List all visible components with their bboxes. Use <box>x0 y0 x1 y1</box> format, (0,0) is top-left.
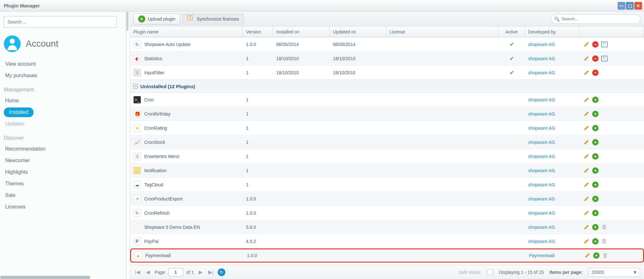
sidebar-link-updates[interactable]: Updates <box>4 118 122 129</box>
col-version[interactable]: Version <box>243 26 273 37</box>
delete-action[interactable]: 🗑 <box>602 252 609 259</box>
table-row[interactable]: >_Cron 1 shopware AG + <box>130 93 644 107</box>
sidebar-scrollbar-horizontal[interactable] <box>0 276 90 279</box>
reload-action[interactable] <box>601 55 608 62</box>
edit-action[interactable] <box>583 55 590 62</box>
table-row[interactable]: 🎁CronBirthday 1 shopware AG + <box>130 107 644 121</box>
delete-action[interactable]: 🗑 <box>601 224 608 231</box>
install-action[interactable]: + <box>593 252 600 259</box>
table-row[interactable]: ☁TagCloud 1 shopware AG + <box>130 178 644 192</box>
developer-link[interactable]: shopware AG <box>528 239 555 244</box>
table-row[interactable]: ☰Erweitertes Menü 1 shopware AG + <box>130 149 644 163</box>
table-row[interactable]: ▲Paymentwall 1.0.0 Paymentwall + 🗑 <box>130 248 644 263</box>
close-button[interactable]: ✕ <box>634 2 642 10</box>
col-dev[interactable]: Developed by <box>525 26 580 37</box>
edit-action[interactable] <box>583 195 590 202</box>
page-prev-button[interactable]: ◀ <box>144 269 151 276</box>
sidebar-link-home[interactable]: Home <box>4 95 122 106</box>
table-row[interactable]: Shopware 5 Demo Data EN 5.6.0 shopware A… <box>130 220 644 234</box>
group-header-uninstalled[interactable]: − Uninstalled (12 Plugins) <box>130 80 644 93</box>
install-action[interactable]: + <box>592 167 599 174</box>
sidebar-link-newcomer[interactable]: Newcomer <box>4 155 122 166</box>
developer-link[interactable]: shopware AG <box>528 111 555 116</box>
developer-link[interactable]: shopware AG <box>528 196 555 201</box>
edit-action[interactable] <box>583 181 590 188</box>
install-action[interactable]: + <box>592 195 599 202</box>
edit-action[interactable] <box>583 125 590 132</box>
collapse-icon[interactable]: − <box>133 84 138 88</box>
edit-action[interactable] <box>583 209 590 217</box>
developer-link[interactable]: shopware AG <box>528 140 555 145</box>
uninstall-action[interactable]: − <box>592 55 599 62</box>
edit-action[interactable] <box>583 41 590 48</box>
developer-link[interactable]: shopware AG <box>528 97 555 102</box>
developer-link[interactable]: shopware AG <box>528 154 555 159</box>
install-action[interactable]: + <box>592 153 599 160</box>
maximize-button[interactable]: ▢ <box>626 2 634 10</box>
sidebar-search-input[interactable] <box>4 16 117 28</box>
col-active[interactable]: Active <box>498 26 525 37</box>
developer-link[interactable]: shopware AG <box>528 42 555 47</box>
install-action[interactable]: + <box>592 238 599 245</box>
developer-link[interactable]: Paymentwall <box>529 253 554 258</box>
toolbar-search-input[interactable] <box>562 16 637 21</box>
refresh-button[interactable]: ↻ <box>218 268 225 276</box>
edit-action[interactable] <box>583 69 590 76</box>
sidebar-link-sale[interactable]: Sale <box>4 190 122 201</box>
uninstall-action[interactable]: − <box>592 69 599 76</box>
table-row[interactable]: IInputFilter 1 18/10/2010 18/10/2010 ✔ s… <box>130 66 644 80</box>
edit-action[interactable] <box>583 238 590 245</box>
upload-plugin-button[interactable]: + Upload plugin <box>133 14 180 24</box>
toolbar-search[interactable]: 🔍 <box>551 14 641 24</box>
sidebar-link-recommendation[interactable]: Recommendation <box>4 144 122 154</box>
table-row[interactable]: ★CronRating 1 shopware AG + <box>130 121 644 135</box>
install-action[interactable]: + <box>592 209 599 217</box>
table-row[interactable]: ◐Statistics 1 18/10/2010 18/10/2010 ✔ sh… <box>130 51 644 66</box>
sidebar-link-highlights[interactable]: Highlights <box>4 167 122 178</box>
page-input[interactable] <box>168 268 183 276</box>
install-action[interactable]: + <box>592 181 599 188</box>
developer-link[interactable]: shopware AG <box>528 126 555 131</box>
edit-action[interactable] <box>583 139 590 146</box>
developer-link[interactable]: shopware AG <box>528 56 555 61</box>
edit-action[interactable] <box>583 110 590 117</box>
minimize-button[interactable]: — <box>618 2 625 10</box>
developer-link[interactable]: shopware AG <box>528 210 555 216</box>
install-action[interactable]: + <box>592 110 599 117</box>
items-per-page-select[interactable]: 20000 ▼ <box>589 268 640 277</box>
sidebar-link-installed[interactable]: Installed <box>4 107 33 117</box>
install-action[interactable]: + <box>592 224 599 231</box>
developer-link[interactable]: shopware AG <box>528 70 555 75</box>
table-row[interactable]: ↻Shopware Auto Update 1.0.0 06/05/2014 0… <box>130 37 644 51</box>
sidebar-link-themes[interactable]: Themes <box>4 178 122 189</box>
edit-action[interactable] <box>584 252 591 259</box>
col-plugin-name[interactable]: Plugin name <box>130 26 243 37</box>
developer-link[interactable]: shopware AG <box>528 225 555 230</box>
install-action[interactable]: + <box>592 125 599 132</box>
edit-action[interactable] <box>583 96 590 103</box>
table-row[interactable]: ↗CronProductExport 1.0.0 shopware AG + <box>130 192 644 206</box>
reload-action[interactable] <box>601 41 608 48</box>
page-last-button[interactable]: ▶| <box>207 269 214 276</box>
edit-action[interactable] <box>583 224 590 231</box>
uninstall-action[interactable]: − <box>592 41 599 48</box>
table-row[interactable]: …Notification 1 shopware AG + <box>130 163 644 178</box>
col-license[interactable]: License <box>386 26 498 37</box>
page-first-button[interactable]: |◀ <box>134 269 141 276</box>
developer-link[interactable]: shopware AG <box>528 168 555 173</box>
sidebar-link-licenses[interactable]: Licenses <box>4 201 122 212</box>
install-action[interactable]: + <box>592 139 599 146</box>
edit-action[interactable] <box>583 167 590 174</box>
grid-body[interactable]: ↻Shopware Auto Update 1.0.0 06/05/2014 0… <box>130 37 644 265</box>
sidebar-link-view-account[interactable]: View account <box>4 59 122 70</box>
edit-action[interactable] <box>583 153 590 160</box>
table-row[interactable]: 📈CronStock 1 shopware AG + <box>130 135 644 149</box>
col-updated[interactable]: Updated on <box>330 26 386 37</box>
developer-link[interactable]: shopware AG <box>528 182 555 187</box>
delete-action[interactable]: 🗑 <box>601 238 608 245</box>
col-installed[interactable]: Installed on <box>273 26 330 37</box>
install-action[interactable]: + <box>592 96 599 103</box>
sync-licenses-button[interactable]: Synchronize licenses <box>182 14 244 24</box>
sidebar-link-my-purchases[interactable]: My purchases <box>4 70 122 81</box>
table-row[interactable]: ↻CronRefresh 1.0.0 shopware AG + <box>130 206 644 220</box>
